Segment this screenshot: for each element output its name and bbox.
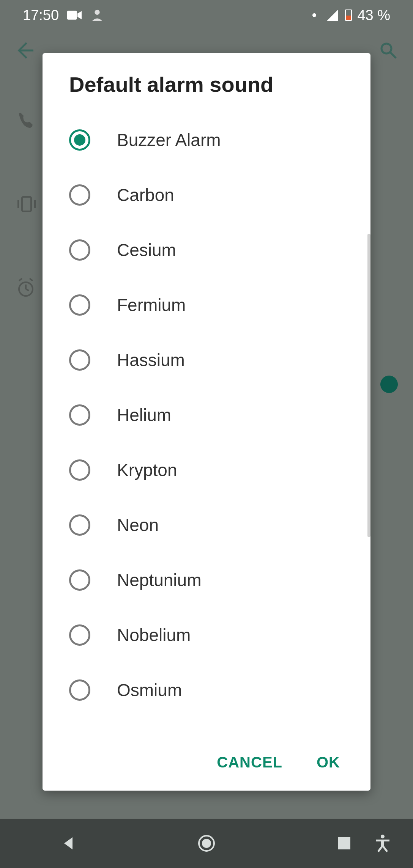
- dialog-overlay[interactable]: Default alarm sound Buzzer AlarmCarbonCe…: [0, 0, 413, 868]
- svg-line-20: [383, 846, 387, 852]
- option-label: Fermium: [117, 295, 186, 315]
- scrollbar-thumb[interactable]: [367, 234, 370, 537]
- sound-option[interactable]: Cesium: [43, 222, 370, 277]
- option-label: Helium: [117, 405, 171, 425]
- option-label: Neon: [117, 515, 159, 535]
- nav-accessibility-button[interactable]: [367, 828, 398, 859]
- radio-icon: [69, 459, 90, 481]
- radio-icon: [69, 294, 90, 316]
- sound-option[interactable]: Carbon: [43, 167, 370, 222]
- radio-icon: [69, 129, 90, 151]
- svg-rect-15: [338, 837, 350, 849]
- option-label: Buzzer Alarm: [117, 130, 221, 150]
- radio-icon: [69, 239, 90, 261]
- radio-icon: [69, 624, 90, 646]
- sound-option[interactable]: Krypton: [43, 442, 370, 497]
- sound-option[interactable]: Hassium: [43, 332, 370, 387]
- option-label: Krypton: [117, 460, 177, 480]
- option-label: Carbon: [117, 185, 174, 205]
- svg-line-19: [378, 846, 383, 852]
- dialog-option-list[interactable]: Buzzer AlarmCarbonCesiumFermiumHassiumHe…: [43, 112, 370, 734]
- svg-point-16: [381, 835, 385, 838]
- sound-option[interactable]: Neon: [43, 497, 370, 552]
- option-label: Neptunium: [117, 570, 201, 590]
- radio-icon: [69, 569, 90, 591]
- option-label: Hassium: [117, 350, 185, 370]
- option-label: Cesium: [117, 240, 176, 260]
- ok-button[interactable]: OK: [317, 754, 340, 771]
- alarm-sound-dialog: Default alarm sound Buzzer AlarmCarbonCe…: [43, 53, 370, 791]
- option-label: Nobelium: [117, 625, 191, 645]
- cancel-button[interactable]: CANCEL: [217, 754, 282, 771]
- nav-back-button[interactable]: [54, 828, 84, 859]
- radio-icon: [69, 184, 90, 206]
- radio-icon: [69, 349, 90, 371]
- sound-option[interactable]: Fermium: [43, 277, 370, 332]
- sound-option[interactable]: Neptunium: [43, 552, 370, 607]
- radio-icon: [69, 404, 90, 426]
- svg-rect-18: [381, 840, 384, 846]
- option-label: Osmium: [117, 680, 182, 700]
- radio-icon: [69, 514, 90, 536]
- dialog-title: Default alarm sound: [43, 53, 370, 112]
- sound-option[interactable]: Buzzer Alarm: [43, 112, 370, 167]
- system-nav-bar: [0, 819, 413, 868]
- nav-recent-button[interactable]: [329, 828, 359, 859]
- sound-option[interactable]: Nobelium: [43, 607, 370, 662]
- sound-option[interactable]: Osmium: [43, 662, 370, 717]
- sound-option[interactable]: Helium: [43, 387, 370, 442]
- dialog-actions: CANCEL OK: [43, 734, 370, 791]
- radio-icon: [69, 679, 90, 701]
- nav-home-button[interactable]: [191, 828, 222, 859]
- svg-point-14: [202, 839, 211, 848]
